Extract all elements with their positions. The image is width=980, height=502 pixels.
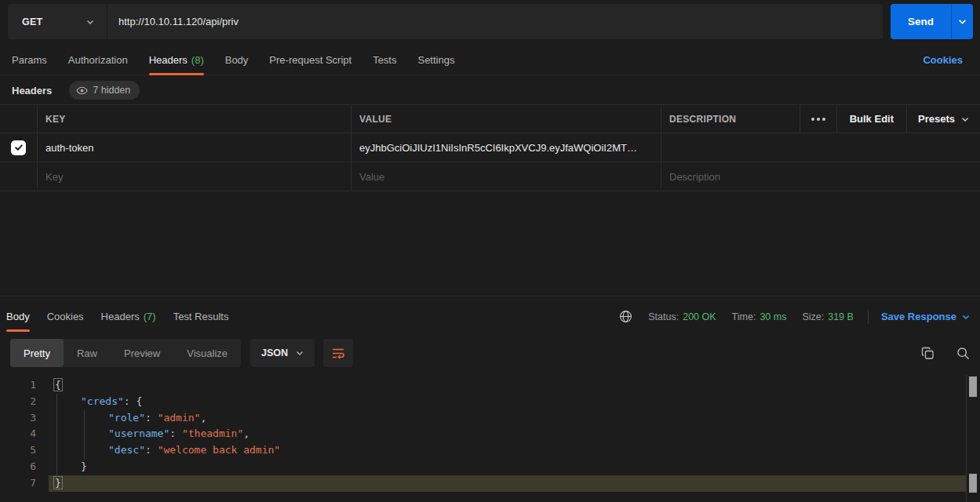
line-number: 6 bbox=[0, 459, 49, 475]
scrollbar-marker bbox=[969, 474, 977, 493]
checkbox-check-icon bbox=[14, 143, 24, 152]
line-number: 7 bbox=[0, 475, 49, 492]
empty-header-row: Key Value Description bbox=[0, 162, 980, 191]
headers-section-title: Headers bbox=[12, 85, 52, 96]
status-indicator: Status:200 OK bbox=[648, 311, 716, 322]
column-value: VALUE bbox=[351, 105, 661, 133]
line-number: 4 bbox=[0, 426, 49, 442]
code-content: { bbox=[49, 377, 966, 394]
code-line-3: 3"role": "admin", bbox=[0, 410, 980, 427]
scrollbar-thumb[interactable] bbox=[969, 376, 977, 397]
tab-label: Headers bbox=[149, 54, 188, 66]
request-tab-authorization[interactable]: Authorization bbox=[68, 45, 128, 75]
code-line-5: 5"desc": "welcome back admin" bbox=[0, 442, 980, 459]
response-view-row: PrettyRawPreviewVisualize JSON bbox=[10, 339, 970, 367]
line-number: 1 bbox=[0, 377, 49, 394]
indent-guide bbox=[56, 394, 57, 475]
response-tab-cookies[interactable]: Cookies bbox=[47, 302, 84, 331]
code-content: } bbox=[49, 459, 966, 475]
response-header: BodyCookiesHeaders(7)Test Results Status… bbox=[0, 302, 980, 331]
save-response-button[interactable]: Save Response bbox=[881, 311, 970, 322]
presets-dropdown[interactable]: Presets bbox=[907, 113, 980, 125]
tab-label: Tests bbox=[373, 54, 396, 66]
response-section-divider bbox=[0, 296, 980, 296]
request-bar: GET http://10.10.11.120/api/priv Send bbox=[8, 4, 973, 39]
description-placeholder-input[interactable]: Description bbox=[661, 162, 980, 191]
cookies-link[interactable]: Cookies bbox=[923, 54, 963, 66]
code-line-7: 7} bbox=[0, 475, 980, 492]
request-tab-tests[interactable]: Tests bbox=[373, 45, 396, 75]
line-number: 5 bbox=[0, 442, 49, 459]
json-chevron-icon bbox=[296, 349, 304, 357]
response-tabs: BodyCookiesHeaders(7)Test Results bbox=[0, 302, 228, 331]
indent-guide bbox=[84, 410, 85, 459]
request-tab-pre-request-script[interactable]: Pre-request Script bbox=[269, 45, 352, 75]
response-tab-body[interactable]: Body bbox=[6, 302, 30, 331]
column-description: DESCRIPTION bbox=[661, 105, 800, 133]
send-button[interactable]: Send bbox=[891, 4, 973, 39]
bulk-edit-button[interactable]: Bulk Edit bbox=[837, 113, 906, 125]
tab-label: Pre-request Script bbox=[269, 54, 352, 66]
view-tab-preview[interactable]: Preview bbox=[111, 339, 173, 367]
line-number: 3 bbox=[0, 410, 49, 427]
code-content: "desc": "welcome back admin" bbox=[49, 442, 966, 459]
code-content: } bbox=[49, 475, 966, 492]
hidden-headers-count: 7 hidden bbox=[93, 85, 130, 96]
value-placeholder-input[interactable]: Value bbox=[351, 162, 661, 191]
header-description-cell[interactable] bbox=[661, 133, 980, 162]
request-tab-body[interactable]: Body bbox=[225, 45, 249, 75]
wrap-text-button[interactable] bbox=[323, 339, 353, 367]
more-actions-icon[interactable] bbox=[800, 118, 836, 121]
tab-label: Headers bbox=[101, 311, 140, 322]
search-icon[interactable] bbox=[956, 347, 970, 360]
wrap-text-icon bbox=[332, 347, 345, 359]
tab-label: Test Results bbox=[173, 311, 229, 322]
hidden-headers-toggle[interactable]: 7 hidden bbox=[69, 81, 140, 100]
url-input[interactable]: http://10.10.11.120/api/priv bbox=[107, 4, 883, 39]
header-row-auth-token: auth-token eyJhbGciOiJIUzI1NiIsInR5cCI6I… bbox=[0, 133, 980, 162]
send-chevron-icon[interactable] bbox=[952, 17, 973, 26]
header-key-cell[interactable]: auth-token bbox=[37, 133, 351, 162]
headers-title-row: Headers 7 hidden bbox=[12, 78, 140, 102]
globe-icon[interactable] bbox=[619, 310, 632, 323]
view-tab-pretty[interactable]: Pretty bbox=[10, 339, 64, 367]
headers-table: KEY VALUE DESCRIPTION Bulk Edit Presets … bbox=[0, 104, 980, 191]
response-tab-test-results[interactable]: Test Results bbox=[173, 302, 229, 331]
row-checkbox[interactable] bbox=[11, 140, 26, 155]
view-tab-visualize[interactable]: Visualize bbox=[173, 339, 241, 367]
header-checkbox-column bbox=[0, 105, 37, 133]
tab-count-badge: (7) bbox=[144, 311, 156, 322]
header-value-cell[interactable]: eyJhbGciOiJIUzI1NiIsInR5cCI6IkpXVCJ9.eyJ… bbox=[351, 133, 661, 162]
view-tab-raw[interactable]: Raw bbox=[64, 339, 111, 367]
view-mode-switcher: PrettyRawPreviewVisualize bbox=[10, 339, 241, 367]
headers-table-header: KEY VALUE DESCRIPTION Bulk Edit Presets bbox=[0, 104, 980, 133]
tab-label: Settings bbox=[417, 54, 454, 66]
url-bar: GET http://10.10.11.120/api/priv bbox=[8, 4, 883, 39]
request-tab-settings[interactable]: Settings bbox=[417, 45, 454, 75]
code-content: "role": "admin", bbox=[49, 410, 966, 427]
method-chevron-icon bbox=[86, 18, 94, 26]
code-content: "creds": { bbox=[49, 394, 966, 410]
table-actions: Bulk Edit Presets bbox=[800, 105, 980, 133]
send-label: Send bbox=[891, 16, 951, 27]
request-tab-params[interactable]: Params bbox=[12, 45, 47, 75]
column-key: KEY bbox=[37, 105, 351, 133]
request-tab-headers[interactable]: Headers(8) bbox=[149, 45, 204, 75]
format-select[interactable]: JSON bbox=[250, 339, 315, 367]
tab-label: Authorization bbox=[68, 54, 128, 66]
response-tab-headers[interactable]: Headers(7) bbox=[101, 302, 156, 331]
key-placeholder-input[interactable]: Key bbox=[37, 162, 351, 191]
time-indicator: Time:30 ms bbox=[732, 311, 787, 322]
method-label: GET bbox=[22, 16, 42, 27]
request-tabs: ParamsAuthorizationHeaders(8)BodyPre-req… bbox=[0, 45, 980, 75]
time-value: 30 ms bbox=[760, 311, 786, 322]
presets-label: Presets bbox=[918, 113, 955, 125]
method-select[interactable]: GET bbox=[8, 4, 107, 39]
size-value: 319 B bbox=[828, 311, 854, 322]
code-line-4: 4"username": "theadmin", bbox=[0, 426, 980, 442]
response-body-editor[interactable]: 1{2"creds": {3"role": "admin",4"username… bbox=[0, 375, 980, 502]
tab-label: Body bbox=[6, 311, 30, 322]
tab-label: Cookies bbox=[47, 311, 84, 322]
editor-scrollbar[interactable] bbox=[966, 375, 980, 502]
copy-icon[interactable] bbox=[921, 347, 934, 360]
